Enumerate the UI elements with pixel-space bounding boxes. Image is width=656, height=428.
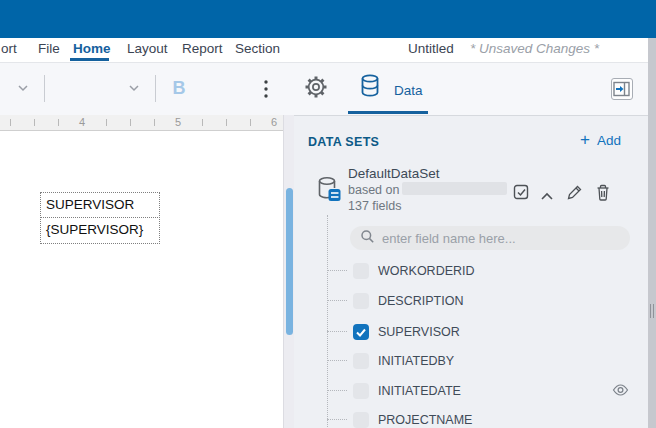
dataset-based-on-value-redacted — [402, 182, 507, 195]
panel-title: DATA SETS — [308, 135, 379, 149]
document-title: Untitled — [408, 41, 454, 56]
field-row-initiatedby[interactable]: INITIATEDBY — [353, 352, 454, 369]
database-icon[interactable] — [358, 73, 382, 103]
edit-dataset-icon[interactable] — [567, 184, 583, 204]
menu-item-ort[interactable]: ort — [1, 41, 17, 56]
field-label: PROJECTNAME — [378, 413, 472, 427]
tree-connector — [327, 419, 347, 420]
delete-dataset-icon[interactable] — [595, 184, 611, 205]
field-row-initiatedate[interactable]: INITIATEDATE — [353, 382, 461, 399]
field-label: SUPERVISOR — [378, 325, 460, 339]
canvas-vertical-scrollbar[interactable] — [283, 115, 294, 428]
data-sets-panel: DATA SETS + Add DefaultDataSet based on … — [294, 115, 648, 428]
toolbar-separator — [44, 75, 45, 102]
menu-item-report[interactable]: Report — [182, 41, 223, 56]
field-row-projectname[interactable]: PROJECTNAME — [353, 411, 472, 428]
field-label: INITIATEDBY — [378, 354, 454, 368]
menu-item-home[interactable]: Home — [73, 41, 111, 56]
tree-connector — [327, 331, 347, 332]
field-checkbox[interactable] — [353, 324, 369, 340]
plus-icon: + — [580, 131, 590, 149]
dataset-fields-count: 137 fields — [348, 199, 402, 213]
gear-icon[interactable] — [304, 75, 328, 103]
toolbar: B Data — [0, 63, 656, 115]
field-search-box[interactable] — [350, 226, 630, 250]
ruler-number: 5 — [171, 116, 185, 128]
panel-resize-splitter[interactable] — [648, 38, 656, 428]
field-row-workorderid[interactable]: WORKORDERID — [353, 262, 475, 279]
bold-button[interactable]: B — [170, 76, 188, 100]
horizontal-ruler: 4 5 6 — [0, 115, 283, 131]
ruler-number: 4 — [75, 116, 89, 128]
data-tab-underline — [348, 111, 428, 114]
chevron-down-icon[interactable] — [16, 81, 30, 99]
unsaved-changes-indicator: * Unsaved Changes * — [470, 41, 599, 56]
more-options-icon[interactable] — [260, 77, 272, 105]
field-checkbox[interactable] — [353, 383, 369, 399]
search-icon — [360, 229, 375, 248]
dataset-name[interactable]: DefaultDataSet — [348, 166, 440, 181]
dataset-icon — [316, 176, 342, 207]
menu-item-section[interactable]: Section — [235, 41, 280, 56]
dataset-based-on-label: based on — [348, 183, 399, 197]
chevron-down-icon[interactable] — [127, 81, 141, 99]
field-label: INITIATEDATE — [378, 384, 461, 398]
collapse-panel-button[interactable] — [611, 78, 633, 100]
textbox-supervisor-label[interactable]: SUPERVISOR — [40, 192, 160, 218]
field-checkbox[interactable] — [353, 263, 369, 279]
tree-connector — [327, 270, 347, 271]
tree-connector — [327, 390, 347, 391]
add-dataset-button[interactable]: + Add — [580, 131, 621, 149]
report-designer-window: ort File Home Layout Report Section Unti… — [0, 0, 656, 428]
validate-dataset-icon[interactable] — [513, 184, 530, 205]
menu-item-layout[interactable]: Layout — [127, 41, 168, 56]
tree-line — [327, 215, 328, 428]
field-row-supervisor[interactable]: SUPERVISOR — [353, 323, 460, 340]
search-input[interactable] — [382, 231, 612, 246]
ruler-number: 6 — [267, 116, 281, 128]
field-checkbox[interactable] — [353, 353, 369, 369]
field-label: WORKORDERID — [378, 264, 475, 278]
field-checkbox[interactable] — [353, 412, 369, 428]
field-row-description[interactable]: DESCRIPTION — [353, 292, 463, 309]
design-canvas[interactable]: SUPERVISOR {SUPERVISOR} — [0, 131, 283, 428]
add-label: Add — [597, 133, 621, 148]
eye-icon[interactable] — [612, 383, 629, 401]
toolbar-separator — [155, 75, 156, 102]
tree-connector — [327, 300, 347, 301]
field-label: DESCRIPTION — [378, 294, 463, 308]
collapse-dataset-icon[interactable] — [540, 187, 554, 205]
field-checkbox[interactable] — [353, 293, 369, 309]
splitter-grip — [650, 304, 651, 318]
tab-data[interactable]: Data — [394, 83, 423, 98]
menu-bar: ort File Home Layout Report Section Unti… — [0, 38, 656, 63]
menu-item-file[interactable]: File — [38, 41, 60, 56]
textbox-supervisor-field[interactable]: {SUPERVISOR} — [40, 217, 160, 244]
splitter-grip — [653, 304, 654, 318]
tree-connector — [327, 360, 347, 361]
active-tab-underline — [70, 58, 109, 61]
app-title-bar — [0, 0, 656, 38]
scrollbar-thumb[interactable] — [286, 188, 293, 335]
